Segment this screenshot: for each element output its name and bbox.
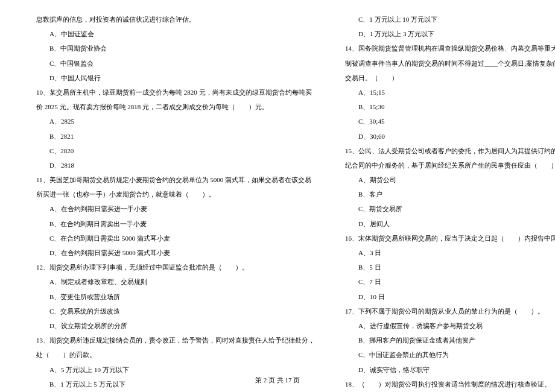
option: C、2820: [36, 144, 315, 158]
option: D、2818: [36, 158, 315, 172]
option: A、3 日: [345, 245, 555, 260]
option: C、1 万元以上 10 万元以下: [345, 12, 555, 27]
option: B、15;30: [345, 100, 555, 114]
question-14-cont: 制被调查事件当事人的期货交易的时间不得超过____个交易日;案情复杂的，可以延长…: [345, 56, 555, 71]
option: D、设立期货交易所的分所: [36, 318, 315, 333]
question-17: 17、下列不属于期货公司的期货从业人员的禁止行为的是（ ）。: [345, 304, 555, 318]
option: A、期货公司: [345, 172, 555, 187]
intro-text: 息数据库的信息，对投资者的诚信状况进行综合评估。: [36, 12, 315, 27]
left-column: 息数据库的信息，对投资者的诚信状况进行综合评估。 A、中国证监会 B、中国期货业…: [36, 12, 330, 344]
option: D、1 万元以上 3 万元以下: [345, 27, 555, 41]
question-12: 12、期货交易所办理下列事项，无须经过中国证监会批准的是（ ）。: [36, 260, 315, 274]
option: D、诚实守信，恪尽职守: [345, 362, 555, 377]
option: B、5 日: [345, 260, 555, 274]
question-10: 10、某交易所主机中，绿豆期货前一成交价为每吨 2820 元，尚有未成交的绿豆期…: [36, 85, 315, 100]
question-15-cont: 纪合同的中介服务的，基于居间经纪关系所产生的民事责任应由（ ）承担。: [345, 158, 555, 172]
option: C、7 日: [345, 274, 555, 289]
option: B、中国期货业协会: [36, 41, 315, 55]
option: A、制定或者修改章程、交易规则: [36, 274, 315, 289]
option: D、30;60: [345, 129, 555, 144]
option: A、15;15: [345, 85, 555, 100]
question-13-cont: 处（ ）的罚款。: [36, 347, 315, 362]
option: B、客户: [345, 187, 555, 201]
option: C、在合约到期日需卖出 5000 蒲式耳小麦: [36, 231, 315, 245]
option: A、2825: [36, 114, 315, 128]
option: B、挪用客户的期货保证金或者其他资产: [345, 333, 555, 347]
page-footer: 第 2 页 共 17 页: [0, 376, 555, 385]
question-15: 15、公民、法人受期货公司或者客户的委托，作为居间人为其提供订约的机会或者订立期…: [345, 144, 555, 158]
option: C、交易系统的升级改造: [36, 304, 315, 318]
option: A、进行虚假宣传，诱骗客户参与期货交易: [345, 318, 555, 333]
option: C、30;45: [345, 114, 555, 128]
option: D、10 日: [345, 289, 555, 304]
option: B、变更住所或营业场所: [36, 289, 315, 304]
question-16: 16、宋体期货交易所联网交易的，应当于决定之日起（ ）内报告中国证监会。: [345, 231, 555, 245]
right-column: C、1 万元以上 10 万元以下 D、1 万元以上 3 万元以下 14、国务院期…: [330, 12, 555, 344]
option: D、在合约到期日需买进 5000 蒲式耳小麦: [36, 245, 315, 260]
option: C、中国证监会禁止的其他行为: [345, 347, 555, 362]
option: B、2821: [36, 129, 315, 144]
option: C、中国银监会: [36, 56, 315, 71]
option: D、居间人: [345, 217, 555, 231]
option: A、5 万元以上 10 万元以下: [36, 362, 315, 377]
option: A、在合约到期日需买进一手小麦: [36, 201, 315, 216]
option: B、在合约到期日需卖出一手小麦: [36, 217, 315, 231]
question-11: 11、美国芝加哥期货交易所规定小麦期货合约的交易单位为 5000 蒲式耳，如果交…: [36, 172, 315, 187]
question-14: 14、国务院期货监督管理机构在调查操纵期货交易价格、内幕交易等重大期货违法行为时…: [345, 41, 555, 55]
question-11-cont: 所买进一张（也称一手）小麦期货合约，就意味着（ ）。: [36, 187, 315, 201]
option: D、中国人民银行: [36, 71, 315, 85]
option: A、中国证监会: [36, 27, 315, 41]
question-14-cont2: 交易日。（ ）: [345, 71, 555, 85]
question-13: 13、期货交易所违反规定接纳会员的，责令改正，给予警告，同时对直接责任人给予纪律…: [36, 333, 315, 347]
option: C、期货交易所: [345, 201, 555, 216]
page-content: 息数据库的信息，对投资者的诚信状况进行综合评估。 A、中国证监会 B、中国期货业…: [0, 0, 555, 368]
question-10-cont: 价 2825 元。现有卖方报价每吨 2818 元，二者成交则成交价为每吨（ ）元…: [36, 100, 315, 114]
